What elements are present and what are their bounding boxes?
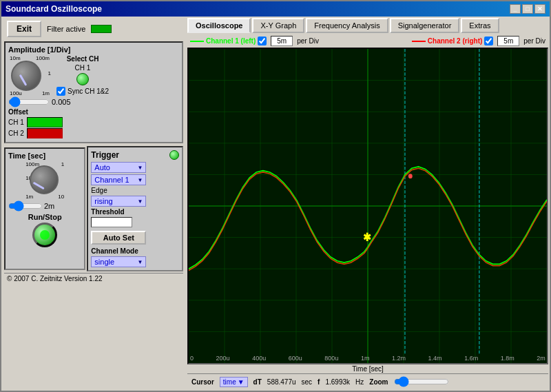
ch1-per-div-input[interactable] (271, 36, 293, 46)
time-knob[interactable] (30, 165, 59, 194)
trigger-edge-value: rising (94, 197, 112, 205)
tab-signalgenerator[interactable]: Signalgenerator (390, 18, 460, 33)
time-trigger-row: Time [sec] 100m 1 1m 10 10m 2m (4, 146, 183, 271)
tab-xy-graph[interactable]: X-Y Graph (252, 18, 304, 33)
time-scale-1m: 1m (25, 194, 33, 200)
time-title: Time [sec] (8, 152, 81, 160)
tick-0: 0 (190, 355, 194, 362)
ch1-line (190, 41, 204, 42)
offset-ch2-label: CH 2 (8, 130, 24, 137)
tick-1-2m: 1.2m (392, 355, 406, 362)
select-ch-label: Select CH (67, 55, 99, 63)
time-slider[interactable] (8, 202, 43, 210)
ch2-per-div-label: per Div (523, 37, 545, 45)
minimize-button[interactable]: _ (510, 4, 521, 14)
auto-set-button[interactable]: Auto Set (91, 231, 146, 245)
channel-mode-arrow: ▼ (137, 259, 143, 265)
tick-1m: 1m (361, 355, 370, 362)
ch2-display: Channel 2 (right) (412, 37, 493, 45)
channel-mode-label: Channel Mode (91, 247, 179, 255)
ch1-checkbox[interactable] (258, 37, 267, 45)
trigger-channel-dropdown[interactable]: Channel 1 ▼ (91, 174, 146, 185)
sync-label: Sync CH 1&2 (67, 87, 109, 95)
tick-400u: 400u (252, 355, 266, 362)
tab-extras[interactable]: Extras (461, 18, 499, 33)
tick-1-6m: 1.6m (464, 355, 478, 362)
left-panel: Exit Filter active Amplitude [1/Div] 10m… (1, 17, 186, 391)
cursor-row: Cursor time ▼ dT 588.477u sec f 1.6993k … (187, 373, 548, 389)
cursor-type-dropdown[interactable]: time ▼ (220, 377, 248, 387)
window-controls: _ □ ✕ (510, 4, 545, 14)
window-title: Soundcard Oszilloscope (6, 4, 102, 14)
trigger-mode-arrow: ▼ (137, 165, 143, 171)
threshold-input[interactable]: 0.01 (91, 217, 132, 227)
tab-frequency-analysis[interactable]: Frequency Analysis (306, 18, 388, 33)
main-window: Soundcard Oszilloscope _ □ ✕ Exit Filter… (0, 0, 551, 392)
trigger-section: Trigger Auto ▼ Channel 1 ▼ Edge rising (87, 146, 183, 271)
threshold-label: Threshold (91, 208, 179, 216)
tick-1-4m: 1.4m (428, 355, 442, 362)
filter-label: Filter active (47, 25, 85, 33)
ch1-label: CH 1 (75, 64, 91, 72)
run-stop-indicator (40, 230, 50, 240)
oscilloscope-display: ✱ 0 200u 400u 600u 800u 1m 1.2m 1.4m 1.6… (187, 48, 548, 364)
dt-value: 588.477u (267, 378, 296, 386)
f-label: f (318, 378, 320, 386)
channel-mode-value: single (94, 258, 114, 266)
offset-ch1-input[interactable]: 0.0000 (27, 117, 63, 127)
run-stop-button[interactable] (32, 223, 57, 247)
ch2-line (412, 41, 426, 42)
trigger-led (169, 150, 179, 160)
trigger-mode-dropdown[interactable]: Auto ▼ (91, 162, 146, 173)
ch2-per-div-input[interactable] (497, 36, 519, 46)
tick-2m: 2m (537, 355, 545, 362)
select-ch-area: Select CH CH 1 Sync CH 1&2 (56, 55, 109, 96)
time-axis-label-row: Time [sec] (187, 364, 548, 373)
amp-scale-10m: 10m (10, 55, 21, 61)
time-section: Time [sec] 100m 1 1m 10 10m 2m (4, 147, 85, 270)
offset-ch2-input[interactable]: 0.0000 (27, 128, 63, 138)
amplitude-slider[interactable] (8, 98, 50, 106)
dt-unit: sec (302, 378, 313, 386)
trigger-header: Trigger (91, 150, 179, 160)
tab-oscilloscope[interactable]: Oscilloscope (187, 18, 251, 33)
exit-button[interactable]: Exit (7, 21, 41, 37)
maximize-button[interactable]: □ (522, 4, 533, 14)
offset-section: Offset CH 1 0.0000 CH 2 0.0000 (8, 108, 179, 138)
cursor-type-arrow: ▼ (238, 378, 245, 386)
ch1-display-label: Channel 1 (left) (206, 37, 256, 45)
footer-bar: © 2007 C. Zeitnitz Version 1.22 (4, 273, 183, 284)
ch1-per-div-label: per Div (297, 37, 319, 45)
tick-200u: 200u (216, 355, 230, 362)
f-value: 1.6993k (325, 378, 350, 386)
channel-mode-dropdown[interactable]: single ▼ (91, 256, 146, 267)
ch1-led (76, 73, 89, 85)
run-stop-section: Run/Stop (8, 213, 81, 247)
channel-mode-section: Channel Mode single ▼ (91, 247, 179, 267)
offset-ch1-row: CH 1 0.0000 (8, 117, 179, 127)
tick-800u: 800u (324, 355, 338, 362)
channel-row: Channel 1 (left) per Div Channel 2 (righ… (187, 34, 548, 48)
filter-indicator (91, 25, 112, 33)
trigger-edge-dropdown[interactable]: rising ▼ (91, 196, 146, 207)
f-unit: Hz (355, 378, 364, 386)
offset-ch1-label: CH 1 (8, 118, 24, 126)
time-knob-area: 100m 1 1m 10 10m (25, 161, 64, 200)
amplitude-knob-area: 10m 100m 100u 1m 1 (8, 55, 50, 96)
ch1-display: Channel 1 (left) (190, 37, 267, 45)
copyright-text: © 2007 C. Zeitnitz Version 1.22 (7, 275, 103, 282)
trigger-mode-value: Auto (94, 163, 110, 172)
sync-checkbox[interactable]: Sync CH 1&2 (56, 87, 109, 96)
tick-600u: 600u (289, 355, 302, 362)
trigger-channel-value: Channel 1 (94, 176, 129, 184)
zoom-slider[interactable] (394, 376, 449, 387)
close-button[interactable]: ✕ (534, 4, 545, 14)
time-scale-1: 1 (61, 161, 64, 167)
ch2-checkbox[interactable] (484, 37, 493, 45)
time-axis-label: Time [sec] (352, 365, 384, 373)
time-slider-row: 2m (8, 202, 81, 210)
amplitude-knob[interactable] (11, 61, 41, 91)
amp-scale-100u: 100u (10, 90, 22, 96)
sync-checkbox-input[interactable] (56, 87, 65, 96)
edge-label: Edge (91, 187, 179, 194)
